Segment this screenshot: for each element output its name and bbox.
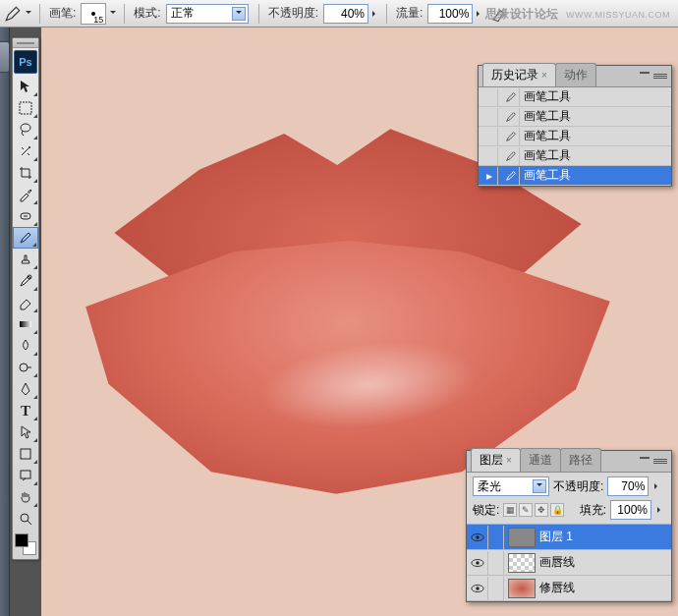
history-panel: 历史记录× 动作 画笔工具 画笔工具 画笔工具 画笔工具 ▸画笔工具: [478, 65, 672, 187]
lock-pixels-icon[interactable]: ✎: [519, 503, 533, 517]
layer-opacity-flyout[interactable]: [652, 477, 662, 495]
tool-preset-dropdown[interactable]: [24, 5, 33, 23]
workspace: Ps T: [0, 28, 678, 616]
fill-label: 填充:: [580, 502, 606, 519]
brush-tool[interactable]: [13, 227, 38, 249]
fill-flyout[interactable]: [655, 501, 665, 519]
layer-row[interactable]: 图层 1: [467, 525, 671, 550]
lock-position-icon[interactable]: ✥: [535, 503, 548, 517]
history-list: 画笔工具 画笔工具 画笔工具 画笔工具 ▸画笔工具: [479, 87, 671, 186]
blend-mode-select[interactable]: 柔光: [473, 476, 549, 496]
tab-paths[interactable]: 路径: [560, 448, 601, 472]
layer-row[interactable]: 修唇线: [467, 576, 671, 601]
lock-all-icon[interactable]: 🔒: [550, 503, 564, 517]
tab-actions[interactable]: 动作: [555, 63, 596, 86]
mode-label: 模式:: [131, 5, 163, 22]
mode-select[interactable]: 正常: [166, 4, 249, 24]
history-row[interactable]: 画笔工具: [479, 87, 671, 107]
brush-preview[interactable]: 15: [81, 3, 106, 25]
airbrush-icon[interactable]: [490, 5, 508, 23]
svg-point-7: [20, 364, 28, 371]
healing-brush-tool[interactable]: [13, 205, 38, 227]
tool-indicator-brush-icon: [4, 5, 22, 23]
lock-label: 锁定:: [473, 502, 499, 519]
layer-name: 修唇线: [539, 580, 575, 596]
brush-size-value: 15: [93, 15, 103, 25]
visibility-toggle[interactable]: [467, 551, 488, 575]
history-row[interactable]: ▸画笔工具: [479, 166, 671, 186]
lock-transparency-icon[interactable]: ▦: [503, 503, 517, 517]
tab-channels[interactable]: 通道: [520, 448, 561, 472]
move-tool[interactable]: [13, 76, 38, 97]
toolbox: Ps T: [12, 37, 39, 560]
layer-opacity-input[interactable]: 70%: [607, 476, 649, 496]
eyedropper-tool[interactable]: [13, 184, 38, 205]
magic-wand-tool[interactable]: [13, 140, 38, 162]
crop-tool[interactable]: [13, 162, 38, 184]
color-swatches[interactable]: [15, 533, 36, 555]
svg-point-10: [21, 514, 28, 522]
brush-dropdown[interactable]: [108, 5, 118, 23]
brush-label: 画笔:: [46, 5, 79, 22]
visibility-toggle[interactable]: [467, 526, 488, 549]
dodge-tool[interactable]: [13, 357, 38, 378]
history-brush-tool[interactable]: [13, 270, 38, 292]
layer-name: 图层 1: [539, 529, 573, 545]
history-row[interactable]: 画笔工具: [479, 107, 671, 127]
blur-tool[interactable]: [13, 335, 38, 357]
opacity-input[interactable]: 40%: [323, 4, 368, 24]
lasso-tool[interactable]: [13, 119, 38, 140]
history-row[interactable]: 画笔工具: [479, 127, 671, 146]
panel-menu-icon[interactable]: [653, 70, 667, 82]
flow-label: 流量:: [393, 5, 425, 22]
tab-layers[interactable]: 图层×: [471, 448, 521, 472]
gradient-tool[interactable]: [13, 313, 38, 335]
svg-point-2: [21, 124, 30, 132]
panel-minimize-button[interactable]: [640, 72, 650, 74]
options-bar: 画笔: 15 模式: 正常 不透明度: 40% 流量: 100%: [0, 0, 678, 28]
svg-rect-9: [21, 471, 30, 478]
svg-point-0: [493, 18, 495, 20]
hand-tool[interactable]: [13, 486, 38, 508]
pen-tool[interactable]: [13, 378, 38, 400]
panel-minimize-button[interactable]: [640, 457, 650, 459]
zoom-tool[interactable]: [13, 508, 38, 530]
svg-rect-6: [20, 321, 31, 327]
panel-menu-icon[interactable]: [653, 455, 667, 467]
fill-input[interactable]: 100%: [610, 500, 651, 520]
svg-point-3: [28, 146, 30, 148]
layers-panel: 图层× 通道 路径 柔光 不透明度: 70% 锁定: ▦ ✎ ✥ 🔒: [466, 450, 672, 602]
opacity-flyout[interactable]: [370, 5, 380, 23]
layer-thumbnail[interactable]: [508, 528, 536, 547]
notes-tool[interactable]: [13, 465, 38, 486]
svg-point-16: [476, 587, 480, 590]
layer-thumbnail[interactable]: [508, 553, 536, 573]
visibility-toggle[interactable]: [467, 577, 488, 600]
toolbox-grip[interactable]: [13, 38, 38, 48]
clone-stamp-tool[interactable]: [13, 249, 38, 270]
eraser-tool[interactable]: [13, 292, 38, 313]
flow-input[interactable]: 100%: [427, 4, 473, 24]
svg-rect-8: [21, 449, 30, 459]
layer-thumbnail[interactable]: [508, 579, 536, 598]
lock-icons-group: ▦ ✎ ✥ 🔒: [503, 503, 564, 517]
layer-name: 画唇线: [539, 554, 575, 571]
ps-logo-icon: Ps: [14, 50, 37, 74]
flow-flyout[interactable]: [475, 5, 484, 23]
layer-row[interactable]: 画唇线: [467, 550, 671, 576]
svg-rect-1: [20, 102, 31, 114]
opacity-label: 不透明度:: [265, 5, 321, 22]
svg-point-12: [476, 535, 480, 539]
collapsed-dock-tab[interactable]: [0, 41, 10, 73]
dock-rail: [0, 28, 10, 616]
shape-tool[interactable]: [13, 443, 38, 465]
marquee-tool[interactable]: [13, 97, 38, 119]
mode-value: 正常: [171, 5, 228, 22]
path-selection-tool[interactable]: [13, 421, 38, 443]
layer-opacity-label: 不透明度:: [553, 478, 603, 495]
history-row[interactable]: 画笔工具: [479, 146, 671, 166]
type-tool[interactable]: T: [13, 400, 38, 421]
tab-history[interactable]: 历史记录×: [482, 63, 556, 86]
svg-point-14: [476, 561, 480, 565]
foreground-color-swatch[interactable]: [15, 533, 28, 547]
